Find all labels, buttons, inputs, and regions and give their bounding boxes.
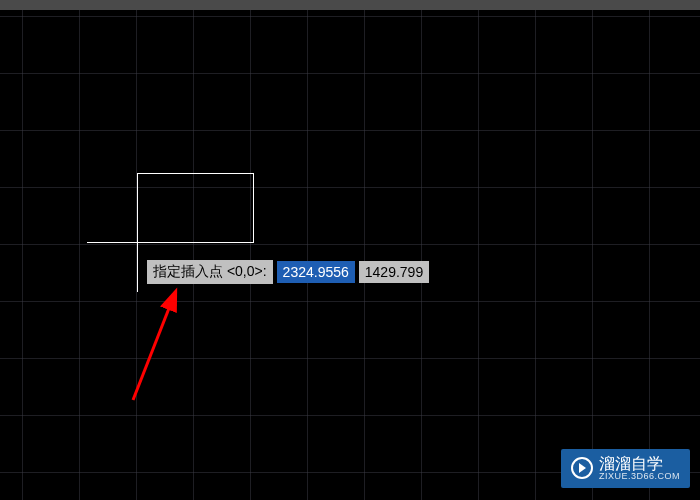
grid-line	[649, 10, 650, 500]
grid-line	[535, 10, 536, 500]
grid-line	[193, 10, 194, 500]
crosshair-horizontal	[87, 242, 137, 243]
watermark-badge: 溜溜自学 ZIXUE.3D66.COM	[561, 449, 690, 488]
svg-line-1	[133, 293, 175, 400]
dynamic-input-group: 指定插入点 <0,0>: 2324.9556 1429.799	[147, 260, 429, 284]
drawing-canvas[interactable]: 指定插入点 <0,0>: 2324.9556 1429.799	[0, 10, 700, 500]
title-bar	[0, 0, 700, 10]
grid-line	[478, 10, 479, 500]
grid-line	[0, 301, 700, 302]
grid-line	[592, 10, 593, 500]
x-coordinate-input[interactable]: 2324.9556	[277, 261, 355, 283]
grid-line	[0, 358, 700, 359]
grid-line	[250, 10, 251, 500]
grid-line	[0, 16, 700, 17]
command-prompt-label: 指定插入点 <0,0>:	[147, 260, 273, 284]
grid-line	[0, 73, 700, 74]
grid-line	[79, 10, 80, 500]
y-coordinate-input[interactable]: 1429.799	[359, 261, 429, 283]
grid-line	[364, 10, 365, 500]
watermark-subtitle: ZIXUE.3D66.COM	[599, 472, 680, 482]
grid-line	[307, 10, 308, 500]
watermark-title: 溜溜自学	[599, 455, 680, 473]
play-icon	[571, 457, 593, 479]
rectangle-object[interactable]	[137, 173, 254, 243]
crosshair-vertical	[137, 242, 138, 292]
grid-line	[22, 10, 23, 500]
grid-line	[0, 244, 700, 245]
grid-line	[0, 187, 700, 188]
grid-line	[0, 415, 700, 416]
grid-line	[0, 130, 700, 131]
annotation-arrow-icon	[125, 285, 185, 405]
grid-line	[421, 10, 422, 500]
